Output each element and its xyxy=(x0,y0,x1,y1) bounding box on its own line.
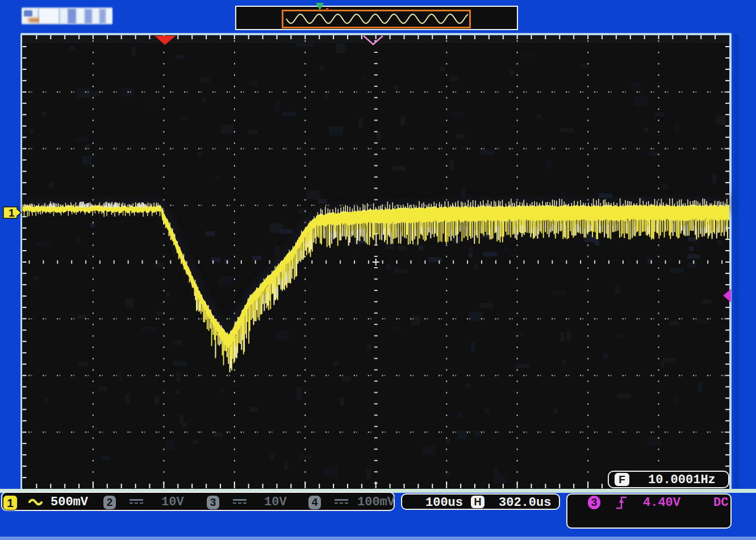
svg-text:1: 1 xyxy=(9,207,15,219)
